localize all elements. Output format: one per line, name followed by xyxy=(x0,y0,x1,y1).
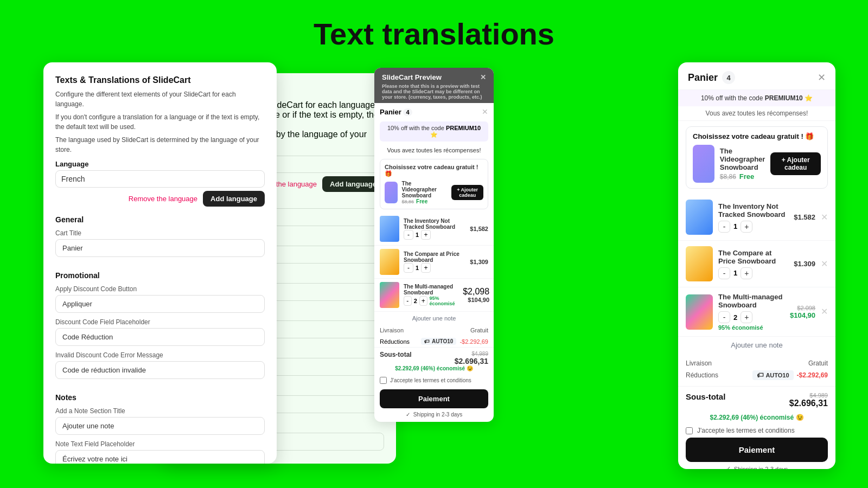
preview-cart-close[interactable]: ✕ xyxy=(482,107,488,116)
preview-sous-total-orig: $4,989 xyxy=(455,351,488,357)
cart-qty-3: 2 xyxy=(733,313,737,322)
settings-desc2: If you don't configure a translation for… xyxy=(55,112,265,132)
preview-savings-3: 95% économisé xyxy=(430,296,459,306)
cart-item-img-2 xyxy=(686,246,713,281)
preview-orig-3: $2,098 xyxy=(463,287,489,297)
cart-price-2: $1.309 xyxy=(794,260,815,268)
preview-shipping-note: ✓ Shipping in 2-3 days xyxy=(374,412,494,422)
invalid-discount-label: Invalid Discount Code Error Message xyxy=(55,351,265,359)
cart-rewards: Vous avez toutes les récompenses! xyxy=(678,106,835,121)
preview-price-3: $104,90 xyxy=(463,297,489,303)
cart-item-1: The Inventory Not Tracked Snowboard - 1 … xyxy=(678,194,835,241)
cart-promo-banner: 10% off with the code PREMIUM10 ⭐ xyxy=(678,90,835,106)
preview-item-3: The Multi-managed Snowboard - 2 + 95% éc… xyxy=(374,279,494,312)
preview-gift-orig-price: $8,86 xyxy=(402,199,414,204)
preview-subtotal-section: Sous-total $4,989 $2.696,31 $2.292,69 (4… xyxy=(374,347,494,375)
preview-increase-1[interactable]: + xyxy=(421,230,431,240)
cart-decrease-2[interactable]: - xyxy=(718,267,730,279)
preview-item-img-2 xyxy=(380,249,399,275)
preview-terms-checkbox[interactable] xyxy=(380,377,387,384)
preview-paiement-button[interactable]: Paiement xyxy=(380,389,488,408)
cart-subtotal-label: Sous-total xyxy=(686,392,725,401)
invalid-discount-input[interactable] xyxy=(55,361,265,379)
preview-decrease-1[interactable]: - xyxy=(404,230,413,240)
cart-terms-checkbox[interactable] xyxy=(686,427,693,434)
cart-totals: Livraison Gratuit Réductions 🏷 AUTO10 -$… xyxy=(678,354,835,386)
note-placeholder-input[interactable] xyxy=(55,450,265,464)
apply-discount-label: Apply Discount Code Button xyxy=(55,285,265,293)
preview-close-icon[interactable]: ✕ xyxy=(480,73,486,81)
checkmark-icon: ✓ xyxy=(406,412,410,418)
note-placeholder-label: Note Text Field Placeholder xyxy=(55,440,265,448)
cart-title-input[interactable] xyxy=(55,239,265,257)
preview-gift-name: The Videographer Snowboard xyxy=(402,181,448,198)
settings-panel-title: Texts & Translations of SlideCart xyxy=(55,75,265,85)
settings-panel: Texts & Translations of SlideCart Config… xyxy=(43,62,277,464)
remove-language-button[interactable]: Remove the language xyxy=(129,195,197,203)
preview-decrease-2[interactable]: - xyxy=(404,263,413,273)
cart-terms-row: J'accepte les termes et conditions xyxy=(678,423,835,438)
cart-increase-3[interactable]: + xyxy=(741,311,752,323)
cart-item-name-2: The Compare at Price Snowboard xyxy=(718,249,788,265)
reductions-value: -$2.292,69 xyxy=(797,371,828,379)
cart-decrease-1[interactable]: - xyxy=(718,221,730,233)
cart-price-3: $104,90 xyxy=(790,311,815,319)
preview-cart-header: Panier 4 ✕ xyxy=(374,103,494,118)
cart-shipping-note: ✓ Shipping in 2-3 days xyxy=(678,465,835,469)
add-note-input[interactable] xyxy=(55,417,265,435)
tag-icon: 🏷 xyxy=(424,338,430,344)
preview-gift-image xyxy=(385,182,398,203)
preview-price-2: $1,309 xyxy=(470,259,488,265)
cart-subtotal-section: Sous-total $4.989 $2.696,31 xyxy=(678,386,835,412)
preview-header: SlideCart Preview ✕ Please note that thi… xyxy=(374,68,494,103)
page-title: Text translations xyxy=(0,0,868,52)
preview-reductions-row: Réductions 🏷 AUTO10 -$2.292,69 xyxy=(374,336,494,347)
cart-add-gift-button[interactable]: + Ajouter cadeau xyxy=(770,152,821,175)
promotional-section-title: Promotional xyxy=(55,271,265,280)
apply-discount-input[interactable] xyxy=(55,295,265,313)
preview-reductions-value: -$2.292,69 xyxy=(459,338,488,345)
cart-gift-image xyxy=(693,145,714,183)
cart-decrease-3[interactable]: - xyxy=(718,311,730,323)
discount-placeholder-input[interactable] xyxy=(55,328,265,346)
cart-qty-1: 1 xyxy=(733,222,737,230)
cart-item-img-3 xyxy=(686,294,713,330)
cart-increase-1[interactable]: + xyxy=(741,221,752,233)
preview-price-1: $1,582 xyxy=(470,226,488,232)
notes-section-title: Notes xyxy=(55,393,265,402)
language-select[interactable]: French xyxy=(55,170,265,188)
preview-increase-3[interactable]: + xyxy=(419,296,427,306)
cart-add-note[interactable]: Ajouter une note xyxy=(678,337,835,354)
cart-paiement-button[interactable]: Paiement xyxy=(686,438,828,462)
preview-increase-2[interactable]: + xyxy=(421,263,431,273)
cart-remove-3[interactable]: ✕ xyxy=(821,307,828,316)
cart-panel: Panier 4 ✕ 10% off with the code PREMIUM… xyxy=(678,62,835,469)
preview-item-1: The Inventory Not Tracked Snowboard - 1 … xyxy=(374,213,494,246)
preview-add-note[interactable]: Ajouter une note xyxy=(374,312,494,325)
cart-gift-free: Free xyxy=(739,172,754,181)
preview-gift-free: Free xyxy=(416,198,427,204)
cart-title-label: Cart Title xyxy=(55,229,265,237)
cart-close-button[interactable]: ✕ xyxy=(818,72,826,84)
cart-remove-2[interactable]: ✕ xyxy=(821,260,828,268)
cart-gift-name: The Videographer Snowboard xyxy=(720,147,765,171)
preview-item-img-3 xyxy=(380,282,399,308)
cart-orig-3: $2.098 xyxy=(790,305,815,311)
cart-item-name-3: The Multi-managed Snowboard xyxy=(718,293,784,309)
preview-terms: J'accepte les termes et conditions xyxy=(374,375,494,386)
settings-desc1: Configure the different text elements of… xyxy=(55,89,265,109)
cart-item-img-1 xyxy=(686,200,713,235)
add-language-button[interactable]: Add language xyxy=(203,191,265,207)
panels-container: ns of SlideCart nt text elements of your… xyxy=(0,62,868,474)
preview-qty-1: 1 xyxy=(416,232,419,238)
livraison-label: Livraison xyxy=(686,359,712,367)
preview-reductions-badge: 🏷 AUTO10 xyxy=(421,338,456,345)
preview-decrease-3[interactable]: - xyxy=(404,296,412,306)
cart-increase-2[interactable]: + xyxy=(741,267,752,279)
discount-placeholder-label: Discount Code Field Placeholder xyxy=(55,318,265,326)
settings-desc3: The language used by SlideCart is determ… xyxy=(55,135,265,155)
cart-remove-1[interactable]: ✕ xyxy=(821,213,828,222)
preview-panel: SlideCart Preview ✕ Please note that thi… xyxy=(374,68,494,422)
preview-add-gift-button[interactable]: + Ajouter cadeau xyxy=(451,185,483,200)
add-note-label: Add a Note Section Title xyxy=(55,407,265,415)
